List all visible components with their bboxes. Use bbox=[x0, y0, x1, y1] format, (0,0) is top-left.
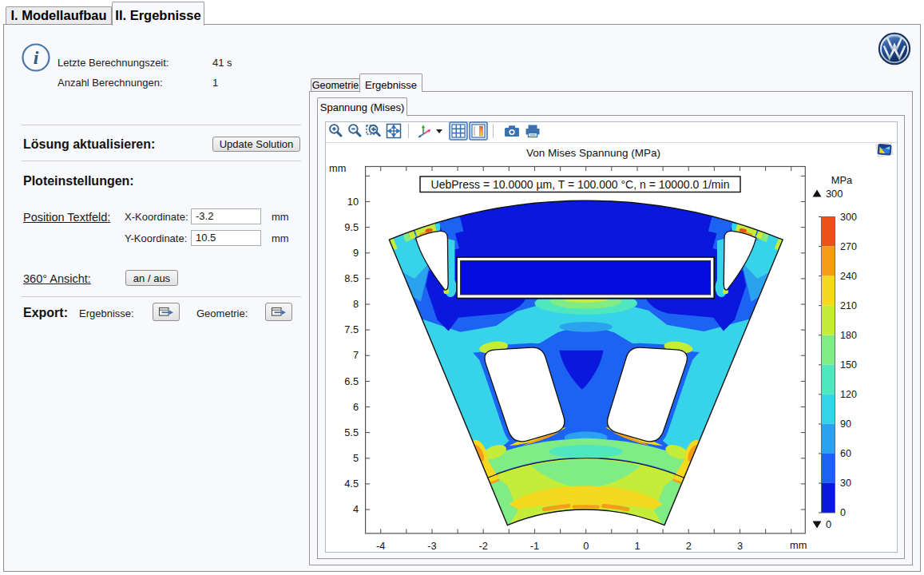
svg-text:0: 0 bbox=[840, 507, 846, 518]
svg-text:30: 30 bbox=[840, 478, 851, 489]
svg-text:-1: -1 bbox=[530, 540, 539, 552]
svg-text:0: 0 bbox=[826, 518, 831, 530]
svg-text:8.5: 8.5 bbox=[344, 272, 359, 284]
svg-text:60: 60 bbox=[840, 448, 851, 459]
svg-text:UebPress = 10.0000 µm, T = 100: UebPress = 10.0000 µm, T = 100.000 °C, n… bbox=[431, 178, 730, 191]
svg-text:150: 150 bbox=[840, 359, 857, 371]
svg-text:mm: mm bbox=[790, 539, 807, 551]
svg-text:2: 2 bbox=[686, 540, 692, 552]
svg-text:7: 7 bbox=[353, 349, 359, 361]
svg-text:7.5: 7.5 bbox=[344, 323, 359, 335]
svg-text:1: 1 bbox=[634, 540, 640, 552]
svg-text:180: 180 bbox=[840, 330, 857, 341]
svg-text:-4: -4 bbox=[376, 540, 385, 552]
svg-text:-2: -2 bbox=[479, 540, 488, 552]
svg-text:4: 4 bbox=[353, 503, 359, 515]
svg-text:Von Mises Spannung (MPa): Von Mises Spannung (MPa) bbox=[526, 147, 660, 159]
svg-text:10: 10 bbox=[347, 196, 359, 208]
svg-text:300: 300 bbox=[826, 188, 843, 200]
svg-text:6.5: 6.5 bbox=[344, 375, 359, 387]
svg-text:9.5: 9.5 bbox=[344, 221, 359, 233]
svg-text:6: 6 bbox=[353, 401, 359, 413]
svg-text:MPa: MPa bbox=[831, 174, 853, 186]
svg-text:90: 90 bbox=[840, 418, 851, 430]
svg-text:-3: -3 bbox=[427, 540, 436, 552]
svg-text:8: 8 bbox=[353, 298, 359, 310]
svg-text:0: 0 bbox=[583, 540, 589, 552]
svg-text:mm: mm bbox=[329, 162, 346, 174]
svg-text:300: 300 bbox=[840, 212, 857, 223]
svg-text:120: 120 bbox=[840, 389, 857, 400]
svg-text:4.5: 4.5 bbox=[344, 478, 359, 490]
svg-text:9: 9 bbox=[353, 247, 359, 259]
svg-text:240: 240 bbox=[840, 271, 857, 282]
svg-text:270: 270 bbox=[840, 241, 857, 252]
svg-text:3: 3 bbox=[737, 540, 743, 552]
svg-text:5.5: 5.5 bbox=[344, 426, 359, 438]
svg-text:5: 5 bbox=[353, 452, 359, 464]
svg-text:210: 210 bbox=[840, 300, 857, 311]
